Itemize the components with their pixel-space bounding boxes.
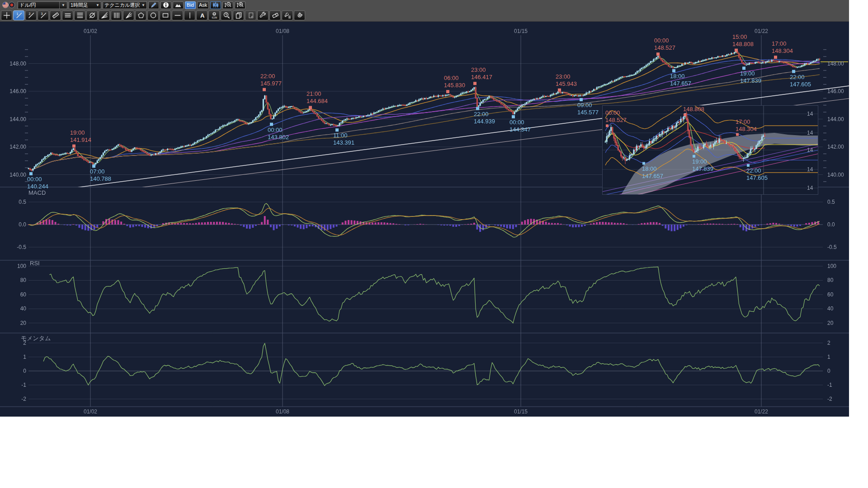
drawing-toolbar: 123AICON	[0, 9, 849, 22]
currency-pair-select[interactable]: ドル/円▼	[18, 1, 67, 9]
candle-style-button[interactable]	[210, 1, 221, 9]
bid-button[interactable]: Bid	[185, 1, 196, 9]
currency-flags-icon[interactable]	[1, 1, 16, 9]
svg-text:2: 2	[28, 12, 30, 15]
fibonacci-arc-tool[interactable]	[86, 10, 98, 20]
clear-all-tool[interactable]	[294, 10, 305, 20]
ray-fan-tool[interactable]	[123, 10, 134, 20]
copy-tool[interactable]	[233, 10, 244, 20]
crosshair-tool[interactable]	[1, 10, 12, 20]
vertical-grid-tool[interactable]	[111, 10, 122, 20]
technical-select[interactable]: テクニカル選択▼	[103, 1, 147, 9]
magnifier-inset[interactable]: 00:00148.52715:00148.80817:00148.30418:0…	[602, 105, 818, 195]
trendline3-tool[interactable]: 3	[38, 10, 49, 20]
svg-text:ICON: ICON	[212, 17, 217, 19]
chart-area[interactable]: MACD RSI モメンタム 01/0201/0201/0801/0801/15…	[0, 22, 849, 417]
horizontal-line-tool[interactable]	[172, 10, 183, 20]
price-chart-canvas[interactable]	[0, 22, 849, 417]
object-list-tool[interactable]	[282, 10, 293, 20]
ellipse-tool[interactable]	[147, 10, 159, 20]
eraser-tool[interactable]	[269, 10, 281, 20]
zoom-out-y-button[interactable]	[222, 1, 233, 9]
icon-stamp-tool[interactable]: ICON	[208, 10, 220, 20]
time-marker-tool[interactable]	[221, 10, 232, 20]
main-toolbar: ドル/円▼1時間足▼テクニカル選択▼BidAsk	[0, 0, 849, 9]
fx-trading-app: ドル/円▼1時間足▼テクニカル選択▼BidAsk 123AICON MACD R…	[0, 0, 868, 488]
parallel-lines-tool[interactable]	[62, 10, 73, 20]
svg-text:A: A	[200, 12, 205, 19]
ask-button[interactable]: Ask	[197, 1, 209, 9]
trendline1-tool[interactable]: 1	[13, 10, 24, 20]
vertical-line-tool[interactable]	[184, 10, 195, 20]
ruler-tool[interactable]	[50, 10, 61, 20]
zoom-in-y-button[interactable]	[235, 1, 245, 9]
svg-text:3: 3	[41, 12, 42, 15]
info-button[interactable]	[160, 1, 171, 9]
settings-tool[interactable]	[257, 10, 269, 20]
paste-tool[interactable]	[245, 10, 256, 20]
timeframe-select[interactable]: 1時間足▼	[69, 1, 101, 9]
fibonacci-fan-tool[interactable]	[99, 10, 110, 20]
svg-text:1: 1	[16, 12, 18, 15]
chart-type-button[interactable]	[173, 1, 184, 9]
multi-lines-tool[interactable]	[74, 10, 85, 20]
text-tool[interactable]: A	[196, 10, 208, 20]
rectangle-tool[interactable]	[160, 10, 171, 20]
pentagon-tool[interactable]	[135, 10, 146, 20]
inset-canvas[interactable]	[603, 106, 818, 195]
draw-button[interactable]	[148, 1, 159, 9]
trendline2-tool[interactable]: 2	[25, 10, 37, 20]
